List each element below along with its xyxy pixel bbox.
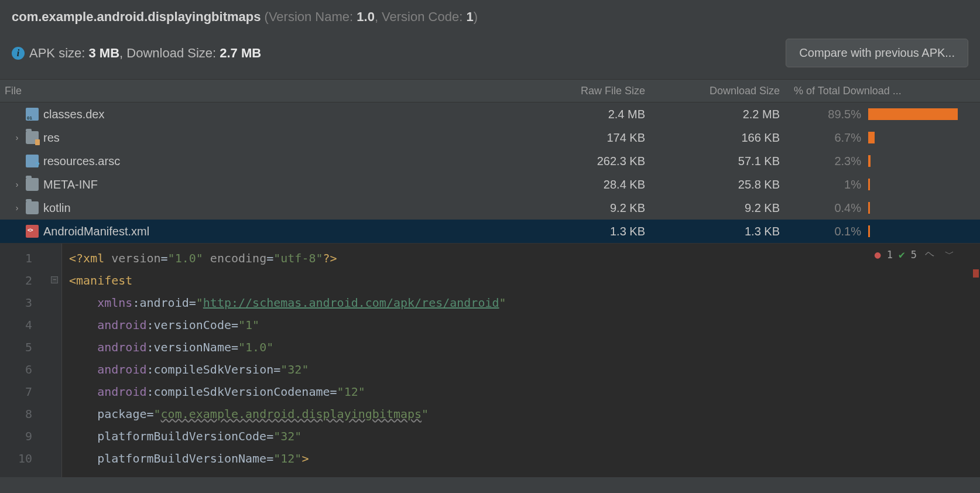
folder-icon (26, 178, 39, 191)
fold-icon[interactable]: − (51, 276, 58, 283)
dl-value: 166 KB (655, 131, 789, 145)
line-number[interactable]: 6 (0, 358, 61, 381)
code-editor: 12−345678910 ● 1 ✔ 5 ヘ ﹀ <?xml version="… (0, 243, 980, 477)
package-name: com.example.android.displayingbitmaps (12, 9, 261, 24)
table-row[interactable]: ›kotlin9.2 KB9.2 KB0.4% (0, 196, 980, 220)
dl-value: 57.1 KB (655, 155, 789, 168)
warning-count: 5 (911, 249, 917, 261)
expand-chevron-icon[interactable]: › (13, 204, 21, 212)
code-line[interactable]: android:versionName="1.0" (62, 336, 980, 358)
table-row[interactable]: ›classes.dex2.4 MB2.2 MB89.5% (0, 102, 980, 126)
error-stripe[interactable] (973, 269, 979, 278)
pct-value: 89.5% (789, 108, 868, 121)
raw-value: 262.3 KB (520, 155, 655, 168)
file-name: kotlin (43, 201, 71, 215)
percent-bar (868, 202, 870, 214)
table-header: File Raw File Size Download Size % of To… (0, 79, 980, 102)
expand-chevron-icon[interactable]: › (13, 133, 21, 142)
line-number[interactable]: 3 (0, 292, 61, 314)
line-number[interactable]: 4 (0, 314, 61, 336)
dex-icon (26, 108, 39, 121)
bar-cell (868, 132, 980, 143)
error-count: 1 (887, 249, 893, 261)
percent-bar (868, 155, 871, 167)
next-highlight-icon[interactable]: ﹀ (943, 248, 957, 261)
file-name: AndroidManifest.xml (43, 225, 149, 238)
col-raw-size[interactable]: Raw File Size (520, 85, 655, 97)
code-line[interactable]: <?xml version="1.0" encoding="utf-8"?> (62, 247, 980, 269)
line-number[interactable]: 2− (0, 269, 61, 292)
file-cell: ›AndroidManifest.xml (0, 225, 520, 238)
check-icon: ✔ (899, 248, 905, 261)
file-name: META-INF (43, 178, 98, 191)
raw-value: 2.4 MB (520, 108, 655, 121)
package-title: com.example.android.displayingbitmaps (V… (12, 9, 968, 25)
table-row[interactable]: ›AndroidManifest.xml1.3 KB1.3 KB0.1% (0, 220, 980, 243)
code-line[interactable]: xmlns:android="http://schemas.android.co… (62, 292, 980, 314)
line-number[interactable]: 10 (0, 447, 61, 470)
code-line[interactable]: android:versionCode="1" (62, 314, 980, 336)
bar-cell (868, 225, 980, 237)
percent-bar (868, 108, 958, 120)
editor-gutter: 12−345678910 (0, 244, 61, 477)
dl-value: 1.3 KB (655, 225, 789, 238)
line-number[interactable]: 7 (0, 381, 61, 403)
file-table: File Raw File Size Download Size % of To… (0, 79, 980, 243)
raw-value: 9.2 KB (520, 201, 655, 215)
file-cell: ›resources.arsc (0, 155, 520, 168)
line-number[interactable]: 8 (0, 403, 61, 425)
unknown-icon (26, 155, 39, 167)
file-name: res (43, 131, 60, 145)
code-line[interactable]: platformBuildVersionName="12"> (62, 447, 980, 470)
folder-icon (26, 201, 39, 214)
expand-chevron-icon[interactable]: › (13, 180, 21, 189)
raw-value: 174 KB (520, 131, 655, 145)
dl-value: 9.2 KB (655, 201, 789, 215)
compare-apk-button[interactable]: Compare with previous APK... (786, 39, 968, 67)
percent-bar (868, 132, 875, 143)
line-number[interactable]: 5 (0, 336, 61, 358)
code-line[interactable]: android:compileSdkVersionCodename="12" (62, 381, 980, 403)
dl-value: 25.8 KB (655, 178, 789, 191)
file-name: resources.arsc (43, 155, 120, 168)
line-number[interactable]: 9 (0, 425, 61, 447)
raw-value: 28.4 KB (520, 178, 655, 191)
code-line[interactable]: package="com.example.android.displayingb… (62, 403, 980, 425)
line-number[interactable]: 1 (0, 247, 61, 269)
bar-cell (868, 202, 980, 214)
apk-header: com.example.android.displayingbitmaps (V… (0, 0, 980, 79)
file-name: classes.dex (43, 108, 105, 121)
col-file[interactable]: File (0, 85, 520, 97)
inspection-widget[interactable]: ● 1 ✔ 5 ヘ ﹀ (871, 247, 960, 262)
bar-cell (868, 155, 980, 167)
size-row: i APK size: 3 MB, Download Size: 2.7 MB … (12, 39, 968, 67)
table-row[interactable]: ›res174 KB166 KB6.7% (0, 126, 980, 149)
file-cell: ›kotlin (0, 201, 520, 215)
code-line[interactable]: platformBuildVersionCode="32" (62, 425, 980, 447)
code-line[interactable]: <manifest (62, 269, 980, 292)
error-icon: ● (875, 248, 881, 261)
table-row[interactable]: ›META-INF28.4 KB25.8 KB1% (0, 173, 980, 196)
pct-value: 1% (789, 178, 868, 191)
pct-value: 0.4% (789, 201, 868, 215)
info-icon: i (12, 47, 25, 60)
bar-cell (868, 179, 980, 190)
table-body: ›classes.dex2.4 MB2.2 MB89.5%›res174 KB1… (0, 102, 980, 243)
table-row[interactable]: ›resources.arsc262.3 KB57.1 KB2.3% (0, 149, 980, 173)
dl-value: 2.2 MB (655, 108, 789, 121)
pct-value: 0.1% (789, 225, 868, 238)
raw-value: 1.3 KB (520, 225, 655, 238)
col-download-size[interactable]: Download Size (655, 85, 789, 97)
pct-value: 6.7% (789, 131, 868, 145)
xml-icon (26, 225, 39, 238)
col-percent[interactable]: % of Total Download ... (789, 85, 980, 97)
file-cell: ›res (0, 131, 520, 145)
file-cell: ›classes.dex (0, 108, 520, 121)
file-cell: ›META-INF (0, 178, 520, 191)
editor-code[interactable]: ● 1 ✔ 5 ヘ ﹀ <?xml version="1.0" encoding… (61, 244, 980, 477)
prev-highlight-icon[interactable]: ヘ (923, 248, 937, 261)
code-line[interactable]: android:compileSdkVersion="32" (62, 358, 980, 381)
folder-res-icon (26, 131, 39, 144)
pct-value: 2.3% (789, 155, 868, 168)
bar-cell (868, 108, 980, 120)
